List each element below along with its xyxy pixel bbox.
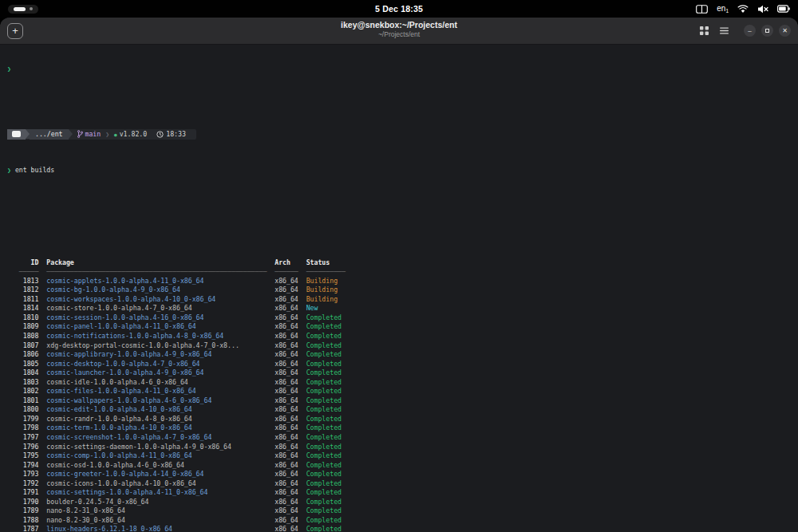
rust-icon: ● (114, 130, 117, 140)
table-row: 1810 cosmic-session-1.0.0-alpha.4-16_0-x… (7, 313, 792, 323)
row-package: cosmic-applets-1.0.0-alpha.4-11_0-x86_64 (46, 277, 267, 285)
row-arch: x86_64 (275, 332, 298, 340)
row-status: Completed (306, 341, 342, 349)
table-row: 1793 cosmic-greeter-1.0.0-alpha.4-14_0-x… (7, 470, 792, 479)
row-status: Completed (306, 443, 342, 451)
row-id: 1806 (7, 350, 38, 358)
row-id: 1807 (7, 341, 38, 349)
row-package: cosmic-settings-daemon-1.0.0-alpha.4-9_0… (46, 443, 267, 451)
row-arch: x86_64 (275, 387, 298, 395)
row-arch: x86_64 (275, 443, 298, 451)
row-arch: x86_64 (275, 451, 298, 459)
row-id: 1796 (7, 443, 38, 451)
menu-button[interactable] (717, 25, 731, 37)
workspace-indicator[interactable] (8, 5, 38, 14)
row-package: cosmic-session-1.0.0-alpha.4-16_0-x86_64 (46, 313, 267, 321)
table-row: 1796 cosmic-settings-daemon-1.0.0-alpha.… (7, 443, 792, 452)
table-header: ID Package Arch Status (7, 258, 792, 268)
table-row: 1797 cosmic-screenshot-1.0.0-alpha.4-7_0… (7, 433, 792, 443)
row-status: Completed (306, 479, 342, 487)
row-id: 1794 (7, 461, 38, 469)
git-branch-name: main (85, 130, 101, 140)
row-id: 1788 (7, 516, 38, 524)
row-id: 1809 (7, 322, 38, 330)
row-package: cosmic-term-1.0.0-alpha.4-10_0-x86_64 (46, 424, 267, 432)
row-package: cosmic-idle-1.0.0-alpha.4-6_0-x86_64 (46, 378, 267, 386)
row-arch: x86_64 (275, 313, 298, 321)
separator: ────────────────────────────────────────… (46, 267, 267, 275)
row-package: boulder-0.24.5-74_0-x86_64 (46, 498, 267, 506)
separator: ───── (7, 267, 38, 275)
table-row: 1814 cosmic-store-1.0.0-alpha.4-7_0-x86_… (7, 304, 792, 313)
row-id: 1790 (7, 498, 38, 506)
prompt-path-segment: .../ent (30, 129, 69, 140)
table-row: 1803 cosmic-idle-1.0.0-alpha.4-6_0-x86_6… (7, 378, 792, 388)
col-header-arch: Arch (275, 258, 298, 266)
blank-line (7, 93, 792, 102)
row-package: cosmic-workspaces-1.0.0-alpha.4-10_0-x86… (46, 295, 267, 303)
prompt-line-empty: ❯ (7, 65, 792, 74)
row-status: Completed (306, 378, 342, 386)
row-arch: x86_64 (275, 415, 298, 423)
distro-logo-icon (7, 129, 26, 140)
row-arch: x86_64 (275, 488, 298, 496)
table-row: 1798 cosmic-term-1.0.0-alpha.4-10_0-x86_… (7, 424, 792, 433)
table-row: 1811 cosmic-workspaces-1.0.0-alpha.4-10_… (7, 295, 792, 305)
titlebar-actions: – ✕ (697, 24, 791, 37)
row-package: cosmic-randr-1.0.0-alpha.4-8_0-x86_64 (46, 415, 267, 423)
row-status: Completed (306, 332, 342, 340)
row-status: Completed (306, 405, 342, 413)
window-subtitle: ~/Projects/ent (341, 30, 457, 38)
terminal[interactable]: ❯ .../ent main (0, 45, 798, 532)
git-branch-module: main (73, 130, 106, 140)
row-status: New (306, 304, 318, 312)
table-row: 1802 cosmic-files-1.0.0-alpha.4-11_0-x86… (7, 387, 792, 396)
row-id: 1811 (7, 295, 38, 303)
command-text: ent builds (15, 166, 54, 174)
row-arch: x86_64 (275, 506, 298, 514)
row-package: nano-8.2-31_0-x86_64 (46, 506, 267, 514)
close-button[interactable]: ✕ (779, 25, 791, 37)
row-arch: x86_64 (275, 479, 298, 487)
table-row: 1790 boulder-0.24.5-74_0-x86_64 x86_64 C… (7, 498, 792, 507)
row-id: 1799 (7, 415, 38, 423)
row-status: Completed (306, 506, 342, 514)
blank-line (7, 194, 792, 203)
maximize-button[interactable] (761, 25, 773, 37)
row-id: 1802 (7, 387, 38, 395)
separator: ────── (275, 267, 298, 275)
logo-block (12, 131, 21, 137)
close-icon: ✕ (782, 28, 788, 34)
row-arch: x86_64 (275, 433, 298, 441)
separator: ────────── (306, 267, 346, 275)
hamburger-icon (719, 26, 729, 35)
row-package: cosmic-applibrary-1.0.0-alpha.4-9_0-x86_… (46, 350, 267, 358)
row-id: 1792 (7, 479, 38, 487)
volume-muted-icon (757, 5, 768, 14)
row-id: 1814 (7, 304, 38, 312)
row-id: 1798 (7, 424, 38, 432)
clock[interactable]: 5 Dec 18:35 (375, 4, 423, 14)
titlebar: + ikey@snekbox:~/Projects/ent ~/Projects… (0, 18, 798, 45)
row-status: Completed (306, 350, 342, 358)
table-row: 1804 cosmic-launcher-1.0.0-alpha.4-9_0-x… (7, 368, 792, 378)
status-area[interactable]: en1 (696, 5, 790, 14)
table-row: 1807 xdg-desktop-portal-cosmic-1.0.0-alp… (7, 341, 792, 351)
prompt-bar-wrap: .../ent main ❯ ● v1.82.0 (7, 129, 196, 140)
row-status: Completed (306, 313, 342, 321)
row-arch: x86_64 (275, 516, 298, 524)
tab-overview-button[interactable] (697, 24, 711, 37)
row-id: 1813 (7, 277, 38, 285)
row-status: Building (306, 295, 338, 303)
minimize-button[interactable]: – (744, 25, 756, 37)
row-package: cosmic-files-1.0.0-alpha.4-11_0-x86_64 (46, 387, 267, 395)
table-row: 1787 linux-headers-6.12.1-18_0-x86_64 x8… (7, 525, 792, 532)
row-arch: x86_64 (275, 341, 298, 349)
row-arch: x86_64 (275, 525, 298, 532)
table-row: 1813 cosmic-applets-1.0.0-alpha.4-11_0-x… (7, 277, 792, 286)
new-tab-button[interactable]: + (7, 23, 23, 39)
row-status: Completed (306, 516, 342, 524)
plus-icon: + (12, 26, 18, 36)
table-row: 1795 cosmic-comp-1.0.0-alpha.4-11_0-x86_… (7, 451, 792, 461)
row-arch: x86_64 (275, 304, 298, 312)
